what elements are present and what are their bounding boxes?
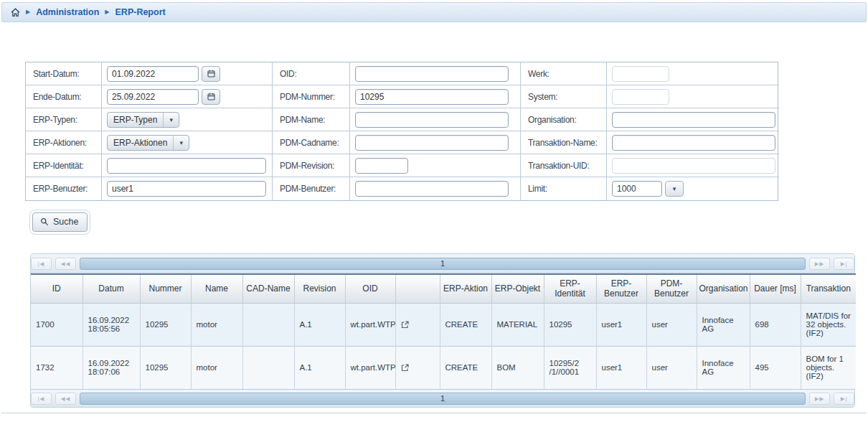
cell-nummer: 10295	[140, 303, 191, 346]
cell-name: motor	[191, 303, 242, 346]
pdm-name-input[interactable]	[355, 112, 509, 128]
cell-erp-identitaet: 10295/2 /1//0001	[544, 346, 596, 389]
pager-first-button[interactable]: |◀	[31, 258, 52, 270]
col-header-erp-objekt: ERP-Objekt	[491, 274, 544, 303]
cell-revision: A.1	[294, 346, 345, 389]
cell-pdm-benutzer: user	[646, 346, 697, 389]
cell-erp-identitaet: 10295	[544, 303, 596, 346]
pager-last-button[interactable]: ▶|	[834, 393, 854, 405]
suche-button[interactable]: Suche	[32, 212, 88, 232]
oid-field	[350, 62, 521, 85]
oid-input[interactable]	[355, 66, 509, 82]
col-header-datum: Datum	[82, 274, 140, 303]
start-datum-calendar-button[interactable]	[202, 66, 220, 82]
cell-erp-objekt: MATERIAL	[491, 303, 544, 346]
home-icon-svg	[11, 8, 20, 17]
col-header-pdm-benutzer: PDM-Benutzer	[646, 274, 697, 303]
transaktion-uid-input[interactable]	[612, 158, 775, 174]
pdm-cadname-label: PDM-Cadname:	[273, 131, 350, 154]
erp-benuzter-input[interactable]	[107, 181, 266, 197]
limit-field: 1000 ▾	[607, 177, 779, 200]
breadcrumb-administration[interactable]: Administration	[36, 7, 99, 17]
start-datum-input[interactable]	[107, 66, 199, 82]
col-header-id: ID	[31, 274, 82, 303]
cell-erp-benutzer: user1	[596, 346, 646, 389]
pager-next-button[interactable]: ▶▶	[809, 393, 830, 405]
ende-datum-calendar-button[interactable]	[202, 89, 220, 105]
pdm-nummer-label: PDM-Nummer:	[273, 85, 350, 108]
col-header-revision: Revision	[294, 274, 345, 303]
pager-prev-button[interactable]: ◀◀	[55, 393, 76, 405]
organisation-field	[607, 108, 779, 131]
col-header-erp-identitaet: ERP-Identität	[544, 274, 596, 303]
calendar-icon	[207, 93, 215, 100]
col-header-name: Name	[191, 274, 242, 303]
breadcrumb-erp-report[interactable]: ERP-Report	[115, 7, 166, 17]
col-header-cad-name: CAD-Name	[242, 274, 294, 303]
pdm-benutzer-field	[350, 177, 521, 200]
erp-identitaet-input[interactable]	[107, 158, 266, 174]
chevron-down-icon: ▾	[174, 139, 189, 146]
pager-last-button[interactable]: ▶|	[834, 258, 854, 270]
pdm-cadname-input[interactable]	[355, 135, 509, 151]
table-row: 1732 16.09.2022 18:07:06 10295 motor A.1…	[31, 346, 856, 389]
cell-nummer: 10295	[140, 346, 191, 389]
pdm-name-label: PDM-Name:	[273, 108, 350, 131]
erp-typen-dropdown-value: ERP-Typen	[108, 113, 164, 127]
cell-revision: A.1	[294, 303, 345, 346]
transaktion-name-input[interactable]	[612, 135, 775, 151]
transaktion-name-label: Transaktion-Name:	[521, 131, 607, 154]
pager-next-button[interactable]: ▶▶	[809, 258, 830, 270]
pdm-benutzer-label: PDM-Benutzer:	[273, 177, 350, 200]
suche-button-label: Suche	[53, 217, 78, 227]
pdm-revision-input[interactable]	[355, 158, 408, 174]
home-icon[interactable]	[11, 8, 20, 17]
pager-bottom: |◀ ◀◀ 1 ▶▶ ▶|	[31, 389, 854, 407]
ende-datum-label: Ende-Datum:	[26, 85, 102, 108]
pdm-benutzer-input[interactable]	[355, 181, 509, 197]
col-header-oid: OID	[345, 274, 395, 303]
cell-open-link[interactable]	[395, 346, 440, 389]
pager-page-1[interactable]: 1	[80, 258, 806, 270]
transaktion-uid-label: Transaktion-UID:	[521, 154, 607, 177]
cell-cad-name	[242, 303, 294, 346]
erp-identitaet-label: ERP-Identität:	[26, 154, 102, 177]
pdm-nummer-input[interactable]	[355, 89, 509, 105]
erp-aktionen-dropdown[interactable]: ERP-Aktionen ▾	[107, 135, 189, 151]
system-input[interactable]	[612, 89, 669, 105]
start-datum-field	[102, 62, 273, 85]
cell-id: 1700	[31, 303, 82, 346]
pager-first-button[interactable]: |◀	[31, 393, 52, 405]
erp-typen-dropdown[interactable]: ERP-Typen ▾	[107, 112, 179, 128]
pager-prev-button[interactable]: ◀◀	[55, 258, 76, 270]
werk-input[interactable]	[612, 66, 669, 82]
limit-value[interactable]: 1000	[612, 181, 662, 197]
start-datum-label: Start-Datum:	[26, 62, 102, 85]
cell-transaktion: BOM for 1 objects. (IF2)	[801, 346, 856, 389]
chevron-down-icon: ▾	[164, 116, 179, 123]
pager-top: |◀ ◀◀ 1 ▶▶ ▶|	[31, 254, 854, 273]
cell-pdm-benutzer: user	[646, 303, 697, 346]
cell-transaktion: MAT/DIS for 32 objects. (IF2)	[801, 303, 856, 346]
organisation-input[interactable]	[612, 112, 775, 128]
col-header-dauer-ms: Dauer [ms]	[750, 274, 801, 303]
erp-report-page: ▶ Administration ▶ ERP-Report Start-Datu…	[0, 0, 868, 422]
erp-report-table: ID Datum Nummer Name CAD-Name Revision O…	[31, 273, 856, 389]
transaktion-name-field	[607, 131, 779, 154]
erp-typen-label: ERP-Typen:	[26, 108, 102, 131]
breadcrumb-separator-icon: ▶	[105, 9, 109, 15]
cell-open-link[interactable]	[395, 303, 440, 346]
erp-aktionen-label: ERP-Aktionen:	[26, 131, 102, 154]
cell-cad-name	[242, 346, 294, 389]
col-header-link	[395, 274, 440, 303]
pager-page-1[interactable]: 1	[80, 393, 806, 405]
cell-organisation: Innoface AG	[697, 346, 750, 389]
cell-datum: 16.09.2022 18:07:06	[82, 346, 140, 389]
werk-field	[607, 62, 779, 85]
limit-dropdown-button[interactable]: ▾	[665, 181, 684, 197]
system-field	[607, 85, 779, 108]
ende-datum-input[interactable]	[107, 89, 199, 105]
limit-label: Limit:	[521, 177, 607, 200]
table-header-row: ID Datum Nummer Name CAD-Name Revision O…	[31, 274, 856, 303]
search-form: Start-Datum: OID: Werk: Ende-Datum:	[25, 62, 778, 201]
